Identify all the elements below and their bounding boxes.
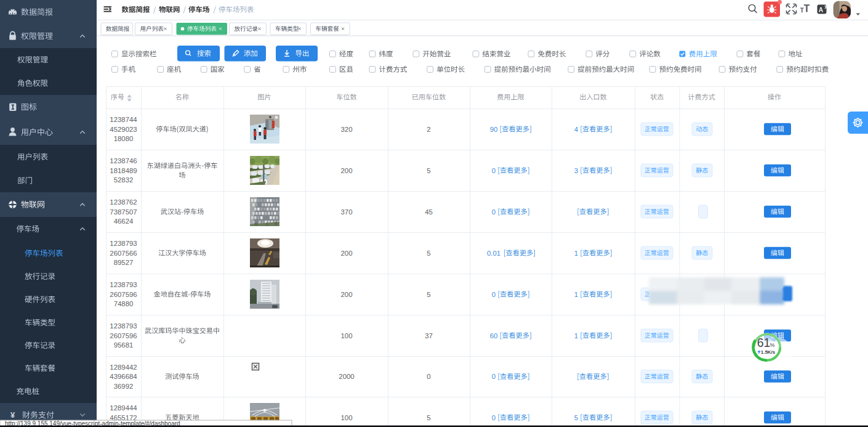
svg-text:0: 0	[492, 291, 496, 298]
svg-text:2607596: 2607596	[110, 332, 137, 340]
svg-text:90: 90	[490, 126, 498, 133]
svg-text:1: 1	[574, 332, 578, 340]
svg-text:0: 0	[492, 208, 496, 216]
svg-text:5: 5	[427, 414, 430, 421]
svg-text:100: 100	[340, 332, 352, 340]
svg-text:1238746: 1238746	[110, 157, 137, 165]
svg-text:18080: 18080	[114, 135, 134, 142]
svg-text:61: 61	[757, 336, 771, 349]
svg-text:2607566: 2607566	[110, 250, 137, 257]
svg-text:7387507: 7387507	[110, 208, 137, 216]
svg-text:74880: 74880	[114, 300, 134, 307]
svg-text:1238744: 1238744	[110, 116, 137, 123]
svg-text:1818489: 1818489	[110, 167, 137, 174]
svg-text:200: 200	[340, 250, 352, 257]
svg-text:0: 0	[427, 373, 430, 380]
svg-text:36992: 36992	[114, 383, 134, 390]
svg-text:1: 1	[574, 291, 578, 298]
svg-text:200: 200	[340, 167, 352, 174]
svg-text:0.01: 0.01	[487, 250, 500, 257]
svg-text:89527: 89527	[114, 259, 134, 266]
svg-text:100: 100	[340, 414, 352, 421]
svg-text:1238793: 1238793	[110, 240, 137, 247]
svg-text:52832: 52832	[114, 176, 134, 184]
svg-text:4529023: 4529023	[110, 126, 137, 133]
svg-text:5: 5	[574, 414, 578, 421]
svg-text:5: 5	[427, 250, 430, 257]
svg-text:45: 45	[425, 208, 433, 216]
svg-text:1238793: 1238793	[110, 281, 137, 288]
svg-text:4: 4	[574, 126, 578, 133]
svg-text:3: 3	[574, 167, 578, 174]
svg-text:2607596: 2607596	[110, 291, 137, 298]
svg-text:1289444: 1289444	[110, 404, 137, 412]
svg-text:5: 5	[427, 167, 430, 174]
svg-text:¥: ¥	[10, 410, 15, 420]
svg-text:2: 2	[427, 126, 430, 133]
svg-text:200: 200	[340, 291, 352, 298]
svg-text:60: 60	[490, 332, 498, 340]
svg-text:5: 5	[427, 291, 430, 298]
svg-text:1.5K/s: 1.5K/s	[761, 349, 776, 355]
svg-text:0: 0	[492, 373, 496, 380]
svg-text:2000: 2000	[339, 373, 354, 380]
svg-text:%: %	[770, 342, 774, 348]
svg-text:1: 1	[574, 250, 578, 257]
svg-text:1289442: 1289442	[110, 364, 137, 371]
svg-text:0: 0	[492, 167, 496, 174]
svg-text:320: 320	[340, 126, 352, 133]
svg-text:1238762: 1238762	[110, 198, 137, 206]
svg-text:4396684: 4396684	[110, 373, 137, 380]
svg-text:0: 0	[492, 414, 496, 421]
svg-text:46624: 46624	[114, 218, 134, 225]
svg-text:37: 37	[425, 332, 433, 340]
svg-text:1238793: 1238793	[110, 322, 137, 330]
svg-text:370: 370	[340, 208, 352, 216]
svg-text:95681: 95681	[114, 341, 134, 349]
